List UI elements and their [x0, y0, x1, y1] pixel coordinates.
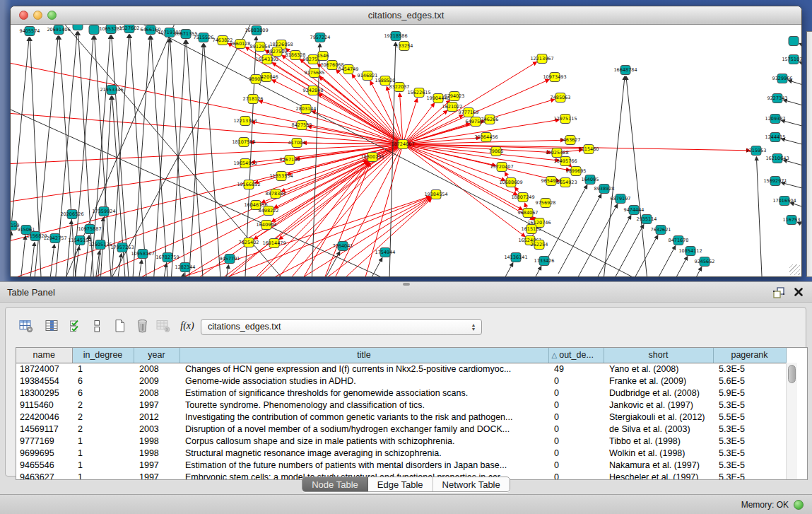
splitter-handle[interactable]: [403, 283, 410, 286]
column-header-pagerank[interactable]: pagerank: [713, 348, 786, 363]
graph-node[interactable]: 9660128: [230, 40, 251, 49]
graph-node[interactable]: 19654903: [233, 159, 257, 168]
graph-node[interactable]: 7515526: [194, 33, 214, 42]
graph-node[interactable]: 9684067: [518, 209, 539, 218]
show-columns-icon[interactable]: [41, 316, 62, 336]
graph-node[interactable]: 9242848: [303, 86, 324, 95]
graph-node[interactable]: 116753: [783, 216, 801, 225]
graph-node[interactable]: 8471678: [669, 236, 689, 245]
graph-node[interactable]: [89, 25, 99, 35]
graph-node[interactable]: 9227343: [767, 94, 788, 103]
table-row[interactable]: 2242004622012Investigating the contribut…: [16, 411, 786, 423]
scrollbar-thumb[interactable]: [788, 365, 796, 383]
network-canvas[interactable]: 1872400718300295193845547463822966012889…: [11, 25, 801, 276]
graph-node[interactable]: 6879197: [611, 194, 631, 204]
table-row[interactable]: 977716911998Corpus callosum shape and si…: [16, 435, 786, 447]
float-panel-icon[interactable]: [772, 286, 785, 299]
graph-node[interactable]: 16648784: [613, 66, 637, 75]
network-view-window[interactable]: citations_edges.txt 18724007183002951938…: [10, 6, 802, 277]
graph-node[interactable]: 21953346: [100, 86, 123, 95]
clear-selection-icon[interactable]: [86, 316, 107, 336]
graph-node[interactable]: 10688609: [499, 178, 522, 187]
create-column-icon[interactable]: [109, 316, 130, 336]
graph-node[interactable]: 8215953: [746, 146, 767, 156]
graph-node[interactable]: 16495766: [553, 157, 577, 166]
graph-node[interactable]: 12213363: [233, 117, 257, 126]
graph-node[interactable]: 8267130: [280, 156, 300, 165]
graph-node[interactable]: 20364456: [474, 133, 498, 142]
table-row[interactable]: 1830029562008Estimation of significance …: [16, 387, 786, 399]
graph-node[interactable]: 9175685: [305, 69, 325, 78]
graph-node[interactable]: 1733426: [534, 257, 555, 266]
graph-node[interactable]: [73, 25, 83, 30]
graph-node[interactable]: 16914479: [262, 239, 286, 248]
graph-node[interactable]: 417004: [288, 139, 306, 148]
graph-node[interactable]: 10973493: [543, 73, 566, 82]
graph-node[interactable]: 15751074: [782, 55, 801, 64]
network-window-titlebar[interactable]: citations_edges.txt: [11, 6, 801, 25]
column-header-short[interactable]: short: [604, 348, 713, 363]
graph-node[interactable]: 7625402: [239, 238, 259, 247]
graph-node[interactable]: 12213967: [530, 54, 553, 64]
graph-node[interactable]: 7632621: [651, 226, 671, 235]
table-row[interactable]: 969969511998Structural magnetic resonanc…: [16, 447, 786, 459]
graph-node[interactable]: 18107554: [232, 138, 255, 147]
graph-node[interactable]: 9115460: [579, 145, 599, 154]
graph-node[interactable]: 9329966: [772, 74, 793, 83]
graph-node[interactable]: 10854112: [678, 247, 702, 256]
graph-node[interactable]: 7957224: [310, 33, 331, 42]
tab-network-table[interactable]: Network Table: [433, 477, 510, 491]
table-row[interactable]: 1456911722003Disruption of a novel membe…: [16, 423, 786, 435]
graph-node[interactable]: 8498222: [259, 206, 279, 216]
function-builder-icon[interactable]: f(x): [177, 316, 198, 336]
table-vertical-scrollbar[interactable]: [786, 363, 797, 479]
graph-node[interactable]: 164095: [582, 175, 599, 185]
graph-node[interactable]: 16782759: [155, 253, 179, 262]
column-header-title[interactable]: title: [180, 348, 548, 363]
graph-node[interactable]: 79865: [489, 147, 504, 156]
graph-node[interactable]: 16083809: [245, 26, 268, 35]
graph-node[interactable]: 10025488: [545, 148, 568, 158]
graph-node[interactable]: 1615152: [522, 225, 542, 234]
graph-node[interactable]: 9245652: [695, 257, 715, 267]
select-all-rows-icon[interactable]: [65, 316, 86, 336]
graph-node[interactable]: 15720407: [490, 163, 513, 172]
graph-node[interactable]: 19218586: [384, 32, 407, 41]
graph-node[interactable]: 15692971: [763, 177, 787, 186]
column-header-out-de[interactable]: △out_de...: [548, 348, 604, 363]
graph-node[interactable]: 14136141: [504, 253, 527, 262]
graph-node[interactable]: 12942757: [43, 234, 66, 243]
table-row[interactable]: 911546021997Tourette syndrome. Phenomeno…: [16, 399, 786, 411]
column-header-year[interactable]: year: [134, 348, 180, 363]
graph-node[interactable]: 9756928: [536, 199, 556, 208]
graph-node[interactable]: 10975887: [78, 225, 101, 234]
graph-node[interactable]: 98901: [249, 75, 264, 84]
graph-node[interactable]: 8938928: [594, 185, 615, 194]
graph-node[interactable]: 2718126: [243, 95, 264, 104]
graph-node[interactable]: 9457791: [220, 255, 240, 264]
graph-node[interactable]: 1282344: [175, 263, 196, 272]
table-row[interactable]: 1872400712008Changes of HCN gene express…: [16, 363, 786, 375]
graph-node[interactable]: 20206526: [60, 210, 83, 219]
table-selector-dropdown[interactable]: citations_edges.txt ▲▼: [201, 319, 482, 335]
graph-node[interactable]: 18807249: [511, 193, 534, 202]
graph-node[interactable]: 20691406: [47, 25, 70, 35]
graph-node[interactable]: 17016504: [772, 197, 796, 206]
graph-node[interactable]: 1754944: [375, 248, 396, 257]
graph-node[interactable]: 252254: [531, 240, 548, 250]
graph-node[interactable]: [789, 37, 799, 46]
graph-node[interactable]: 8878334: [266, 189, 286, 199]
delete-column-icon[interactable]: [131, 316, 153, 336]
graph-node[interactable]: 1209387: [765, 115, 786, 124]
table-row[interactable]: 1938455462009Genome-wide association stu…: [16, 375, 786, 387]
close-panel-icon[interactable]: [794, 287, 804, 297]
graph-node[interactable]: 11353554: [269, 172, 293, 181]
window-resize-grip[interactable]: [789, 264, 800, 275]
graph-node[interactable]: 12975115: [553, 115, 577, 124]
graph-node[interactable]: 9405574: [20, 27, 40, 36]
graph-node[interactable]: 133254: [396, 42, 413, 51]
graph-node[interactable]: 8454749: [339, 65, 359, 74]
graph-node[interactable]: 19166852: [237, 180, 260, 189]
graph-node[interactable]: 7485063: [551, 93, 571, 103]
tab-node-table[interactable]: Node Table: [302, 477, 368, 491]
